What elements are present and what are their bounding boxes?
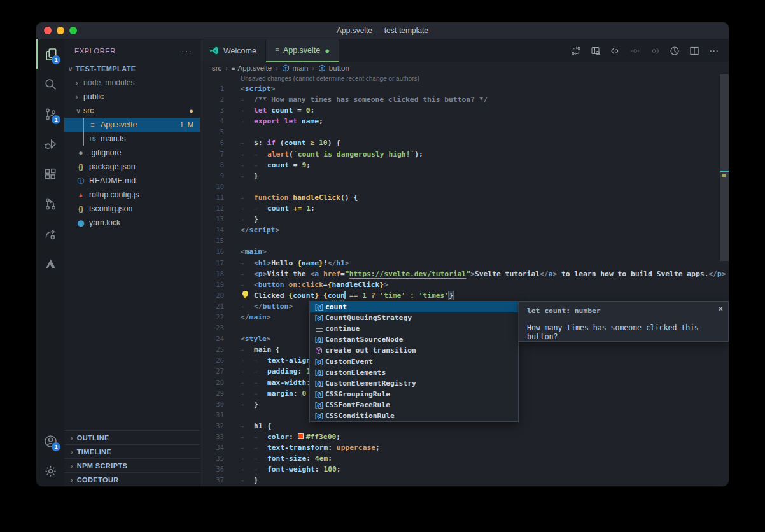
suggest-item-customelementregistry[interactable]: [@]CustomElementRegistry <box>310 378 518 389</box>
code-line-6[interactable]: 6→$: if (count ≥ 10) { <box>200 137 729 148</box>
code-line-34[interactable]: 34→→text-transform: uppercase; <box>200 442 729 453</box>
breadcrumb-item-main[interactable]: main <box>282 64 309 72</box>
activity-github-pull-requests-icon[interactable] <box>36 189 64 219</box>
sidebar-section-timeline[interactable]: ›TIMELINE <box>64 444 200 458</box>
toolbar-timer-icon[interactable] <box>668 44 682 58</box>
activity-extensions-icon[interactable] <box>36 159 64 189</box>
code-line-19[interactable]: 19→<button on:click={handleClick}> <box>200 279 729 290</box>
toolbar-current-change-icon[interactable] <box>628 44 642 58</box>
sidebar-section-npm-scripts[interactable]: ›NPM SCRIPTS <box>64 458 200 472</box>
tab-welcome[interactable]: Welcome <box>200 39 266 62</box>
suggest-item-customelements[interactable]: [@]customElements <box>310 367 518 378</box>
code-line-12[interactable]: 12→→count += 1; <box>200 203 729 214</box>
suggest-docs-description: How many times has someone clicked this … <box>527 323 720 341</box>
activity-settings-icon[interactable] <box>36 456 64 486</box>
section-label: OUTLINE <box>77 434 109 442</box>
line-number: 34 <box>200 442 241 453</box>
toolbar-previous-change-icon[interactable] <box>608 44 622 58</box>
suggest-item-constantsourcenode[interactable]: [@]ConstantSourceNode <box>310 334 518 345</box>
activity-accounts-icon[interactable]: 1 <box>36 426 64 456</box>
git-file-icon: ◆ <box>76 150 86 156</box>
breadcrumb-item-app-svelte[interactable]: ≡App.svelte <box>232 64 272 72</box>
suggest-label: CSSConditionRule <box>325 412 395 420</box>
close-icon[interactable]: ✕ <box>718 304 723 313</box>
suggest-item-customevent[interactable]: [@]CustomEvent <box>310 356 518 367</box>
tree-item-rollup-config-js[interactable]: ▲rollup.config.js <box>64 188 200 202</box>
toolbar-next-change-icon[interactable] <box>648 44 662 58</box>
code-line-2[interactable]: 2→/** How many times has someone clicked… <box>200 94 729 105</box>
code-line-1[interactable]: 1<script> <box>200 83 729 94</box>
tree-item-node-modules[interactable]: ›node_modules <box>64 76 200 90</box>
code-line-9[interactable]: 9→} <box>200 171 729 181</box>
unsaved-dot-icon[interactable]: ● <box>325 46 330 55</box>
code-line-36[interactable]: 36→→font-weight: 100; <box>200 464 729 475</box>
symbol-cube-icon <box>318 64 326 72</box>
tree-item-readme-md[interactable]: ⓘREADME.md <box>64 174 200 188</box>
tab-app-svelte[interactable]: ≡ App.svelte ● <box>266 39 339 62</box>
vertical-scrollbar[interactable] <box>720 74 729 486</box>
toolbar-split-editor-icon[interactable] <box>687 44 701 58</box>
code-line-20[interactable]: 20Clicked {count} {coun == 1 ? 'time' : … <box>200 290 729 301</box>
line-number: 26 <box>200 355 241 366</box>
workspace-root-folder[interactable]: ∨ TEST-TEMPLATE <box>64 62 200 76</box>
suggest-item-count[interactable]: [@]count <box>310 302 518 312</box>
tree-item-src[interactable]: ∨src● <box>64 104 200 118</box>
code-line-17[interactable]: 17→<h1>Hello {name}!</h1> <box>200 258 729 269</box>
code-line-15[interactable]: 15 <box>200 235 729 246</box>
tree-item-app-svelte[interactable]: ≡App.svelte1, M <box>64 118 200 132</box>
activity-explorer-icon[interactable]: 1 <box>36 39 64 69</box>
symbol-variable-icon: [@] <box>312 402 325 409</box>
tree-item-package-json[interactable]: {}package.json <box>64 160 200 174</box>
code-line-35[interactable]: 35→→font-size: 4em; <box>200 453 729 464</box>
suggest-item-cssconditionrule[interactable]: [@]CSSConditionRule <box>310 410 518 421</box>
color-swatch[interactable] <box>298 433 304 439</box>
section-label: CODETOUR <box>77 476 119 484</box>
breadcrumb-item-src[interactable]: src <box>212 64 221 72</box>
code-line-11[interactable]: 11→function handleClick() { <box>200 192 729 203</box>
code-line-4[interactable]: 4→export let name; <box>200 116 729 127</box>
code-line-18[interactable]: 18→<p>Visit the <a href="https://svelte.… <box>200 269 729 279</box>
code-line-7[interactable]: 7→→alert(`count is dangerously high!`); <box>200 149 729 160</box>
code-line-13[interactable]: 13→} <box>200 214 729 225</box>
sidebar-section-outline[interactable]: ›OUTLINE <box>64 430 200 444</box>
activity-run-debug-icon[interactable] <box>36 129 64 159</box>
tree-item-tsconfig-json[interactable]: {}tsconfig.json <box>64 202 200 216</box>
code-line-37[interactable]: 37→} <box>200 475 729 486</box>
code-line-33[interactable]: 33→→color: #ff3e00; <box>200 431 729 442</box>
sidebar-section-codetour[interactable]: ›CODETOUR <box>64 472 200 486</box>
suggest-item-create-out-transition[interactable]: create_out_transition <box>310 345 518 356</box>
title-bar[interactable]: App.svelte — test-template <box>36 22 729 39</box>
code-line-10[interactable]: 10 <box>200 181 729 192</box>
activity-live-share-icon[interactable] <box>36 219 64 249</box>
chevron-right-icon: › <box>276 65 277 72</box>
suggest-label: create_out_transition <box>325 346 416 354</box>
code-line-14[interactable]: 14</script> <box>200 225 729 235</box>
activity-azure-icon[interactable] <box>36 249 64 279</box>
tree-item-public[interactable]: ›public <box>64 90 200 104</box>
section-label: NPM SCRIPTS <box>77 462 128 470</box>
activity-search-icon[interactable] <box>36 69 64 99</box>
suggest-item-cssfontfacerule[interactable]: [@]CSSFontFaceRule <box>310 400 518 410</box>
toolbar-open-changes-icon[interactable] <box>569 44 583 58</box>
tree-item-main-ts[interactable]: TSmain.ts <box>64 132 200 146</box>
suggest-item-cssgroupingrule[interactable]: [@]CSSGroupingRule <box>310 389 518 400</box>
activity-source-control-icon[interactable]: 1 <box>36 99 64 129</box>
symbol-variable-icon: [@] <box>312 391 325 398</box>
code-line-5[interactable]: 5 <box>200 127 729 137</box>
toolbar-more-actions-icon[interactable]: ⋯ <box>707 44 721 58</box>
code-line-3[interactable]: 3→let count = 0; <box>200 105 729 116</box>
suggest-item-countqueuingstrategy[interactable]: [@]CountQueuingStrategy <box>310 312 518 323</box>
file-label: main.ts <box>101 134 200 143</box>
tree-item-gitignore[interactable]: ◆.gitignore <box>64 146 200 160</box>
code-line-16[interactable]: 16<main> <box>200 246 729 257</box>
tree-item-yarn-lock[interactable]: ⬤yarn.lock <box>64 216 200 230</box>
suggest-item-continue[interactable]: continue <box>310 323 518 334</box>
explorer-more-actions-icon[interactable]: ··· <box>181 46 192 56</box>
git-status-badge: 1, M <box>180 121 193 129</box>
code-line-32[interactable]: 32→h1 { <box>200 421 729 431</box>
code-area[interactable]: Unsaved changes (cannot determine recent… <box>200 74 729 486</box>
scrollbar-slider[interactable] <box>720 74 729 261</box>
breadcrumb-item-button[interactable]: button <box>318 64 349 72</box>
code-line-8[interactable]: 8→→count = 9; <box>200 160 729 171</box>
toolbar-open-preview-icon[interactable] <box>589 44 603 58</box>
